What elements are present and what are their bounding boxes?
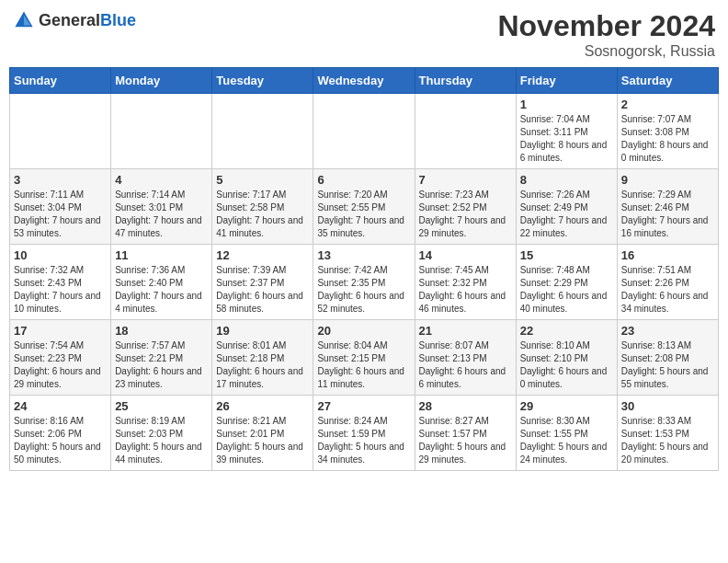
day-info: Sunrise: 8:19 AM Sunset: 2:03 PM Dayligh… [115, 415, 208, 466]
day-number: 24 [14, 399, 107, 413]
calendar-cell: 5Sunrise: 7:17 AM Sunset: 2:58 PM Daylig… [212, 169, 313, 245]
calendar-week-row: 24Sunrise: 8:16 AM Sunset: 2:06 PM Dayli… [10, 396, 719, 471]
calendar-cell: 2Sunrise: 7:07 AM Sunset: 3:08 PM Daylig… [617, 94, 718, 169]
day-info: Sunrise: 7:14 AM Sunset: 3:01 PM Dayligh… [115, 189, 208, 240]
day-info: Sunrise: 8:10 AM Sunset: 2:10 PM Dayligh… [520, 339, 613, 391]
calendar-cell: 14Sunrise: 7:45 AM Sunset: 2:32 PM Dayli… [415, 245, 516, 320]
calendar-cell: 11Sunrise: 7:36 AM Sunset: 2:40 PM Dayli… [111, 245, 212, 320]
day-number: 19 [216, 324, 309, 338]
month-title: November 2024 [497, 9, 715, 43]
calendar-cell: 19Sunrise: 8:01 AM Sunset: 2:18 PM Dayli… [212, 320, 313, 396]
day-number: 13 [317, 248, 410, 262]
day-info: Sunrise: 7:39 AM Sunset: 2:37 PM Dayligh… [216, 264, 309, 316]
day-number: 10 [14, 248, 107, 262]
day-info: Sunrise: 7:36 AM Sunset: 2:40 PM Dayligh… [115, 264, 208, 316]
day-info: Sunrise: 8:16 AM Sunset: 2:06 PM Dayligh… [14, 415, 107, 466]
day-info: Sunrise: 7:32 AM Sunset: 2:43 PM Dayligh… [14, 264, 107, 316]
calendar-cell: 3Sunrise: 7:11 AM Sunset: 3:04 PM Daylig… [10, 169, 111, 245]
weekday-header-row: SundayMondayTuesdayWednesdayThursdayFrid… [10, 68, 719, 94]
calendar-cell: 1Sunrise: 7:04 AM Sunset: 3:11 PM Daylig… [516, 94, 617, 169]
day-number: 23 [621, 324, 714, 338]
calendar-cell: 28Sunrise: 8:27 AM Sunset: 1:57 PM Dayli… [415, 396, 516, 471]
calendar-cell [212, 94, 313, 169]
day-info: Sunrise: 7:23 AM Sunset: 2:52 PM Dayligh… [419, 189, 512, 240]
day-number: 30 [621, 399, 714, 413]
day-number: 16 [621, 248, 714, 262]
day-number: 8 [520, 173, 613, 187]
day-number: 7 [419, 173, 512, 187]
calendar-cell: 24Sunrise: 8:16 AM Sunset: 2:06 PM Dayli… [10, 396, 111, 471]
calendar-cell: 21Sunrise: 8:07 AM Sunset: 2:13 PM Dayli… [415, 320, 516, 396]
day-number: 28 [419, 399, 512, 413]
calendar-cell: 27Sunrise: 8:24 AM Sunset: 1:59 PM Dayli… [313, 396, 415, 471]
calendar-cell: 25Sunrise: 8:19 AM Sunset: 2:03 PM Dayli… [111, 396, 212, 471]
logo-icon [13, 9, 35, 31]
calendar-cell: 22Sunrise: 8:10 AM Sunset: 2:10 PM Dayli… [516, 320, 617, 396]
weekday-header: Wednesday [313, 68, 415, 94]
calendar-cell: 9Sunrise: 7:29 AM Sunset: 2:46 PM Daylig… [617, 169, 718, 245]
day-number: 27 [317, 399, 410, 413]
day-number: 11 [115, 248, 208, 262]
day-number: 4 [115, 173, 208, 187]
day-info: Sunrise: 8:13 AM Sunset: 2:08 PM Dayligh… [621, 339, 714, 391]
weekday-header: Monday [111, 68, 212, 94]
day-info: Sunrise: 8:01 AM Sunset: 2:18 PM Dayligh… [216, 339, 309, 391]
day-number: 26 [216, 399, 309, 413]
calendar-week-row: 17Sunrise: 7:54 AM Sunset: 2:23 PM Dayli… [10, 320, 719, 396]
day-number: 18 [115, 324, 208, 338]
day-info: Sunrise: 7:29 AM Sunset: 2:46 PM Dayligh… [621, 189, 714, 240]
weekday-header: Thursday [415, 68, 516, 94]
day-number: 25 [115, 399, 208, 413]
calendar-cell: 23Sunrise: 8:13 AM Sunset: 2:08 PM Dayli… [617, 320, 718, 396]
day-info: Sunrise: 7:48 AM Sunset: 2:29 PM Dayligh… [520, 264, 613, 316]
calendar-cell: 4Sunrise: 7:14 AM Sunset: 3:01 PM Daylig… [111, 169, 212, 245]
day-info: Sunrise: 7:45 AM Sunset: 2:32 PM Dayligh… [419, 264, 512, 316]
calendar-table: SundayMondayTuesdayWednesdayThursdayFrid… [9, 67, 719, 471]
day-info: Sunrise: 8:30 AM Sunset: 1:55 PM Dayligh… [520, 415, 613, 466]
calendar-cell [313, 94, 415, 169]
day-info: Sunrise: 8:07 AM Sunset: 2:13 PM Dayligh… [419, 339, 512, 391]
day-number: 15 [520, 248, 613, 262]
calendar-cell: 16Sunrise: 7:51 AM Sunset: 2:26 PM Dayli… [617, 245, 718, 320]
calendar-cell: 29Sunrise: 8:30 AM Sunset: 1:55 PM Dayli… [516, 396, 617, 471]
day-number: 5 [216, 173, 309, 187]
calendar-week-row: 3Sunrise: 7:11 AM Sunset: 3:04 PM Daylig… [10, 169, 719, 245]
day-info: Sunrise: 7:17 AM Sunset: 2:58 PM Dayligh… [216, 189, 309, 240]
calendar-cell [111, 94, 212, 169]
calendar-cell: 18Sunrise: 7:57 AM Sunset: 2:21 PM Dayli… [111, 320, 212, 396]
calendar-cell: 8Sunrise: 7:26 AM Sunset: 2:49 PM Daylig… [516, 169, 617, 245]
day-number: 1 [520, 98, 613, 111]
calendar-cell: 7Sunrise: 7:23 AM Sunset: 2:52 PM Daylig… [415, 169, 516, 245]
day-number: 20 [317, 324, 410, 338]
calendar-week-row: 10Sunrise: 7:32 AM Sunset: 2:43 PM Dayli… [10, 245, 719, 320]
day-info: Sunrise: 7:54 AM Sunset: 2:23 PM Dayligh… [14, 339, 107, 391]
calendar-cell: 13Sunrise: 7:42 AM Sunset: 2:35 PM Dayli… [313, 245, 415, 320]
day-info: Sunrise: 7:11 AM Sunset: 3:04 PM Dayligh… [14, 189, 107, 240]
calendar-cell: 30Sunrise: 8:33 AM Sunset: 1:53 PM Dayli… [617, 396, 718, 471]
calendar-cell: 12Sunrise: 7:39 AM Sunset: 2:37 PM Dayli… [212, 245, 313, 320]
day-info: Sunrise: 7:07 AM Sunset: 3:08 PM Dayligh… [621, 113, 714, 165]
day-info: Sunrise: 7:57 AM Sunset: 2:21 PM Dayligh… [115, 339, 208, 391]
weekday-header: Friday [516, 68, 617, 94]
weekday-header: Tuesday [212, 68, 313, 94]
day-number: 6 [317, 173, 410, 187]
day-number: 29 [520, 399, 613, 413]
calendar-week-row: 1Sunrise: 7:04 AM Sunset: 3:11 PM Daylig… [10, 94, 719, 169]
day-info: Sunrise: 7:20 AM Sunset: 2:55 PM Dayligh… [317, 189, 410, 240]
day-info: Sunrise: 7:51 AM Sunset: 2:26 PM Dayligh… [621, 264, 714, 316]
day-number: 9 [621, 173, 714, 187]
logo-general-text: General [39, 11, 100, 29]
calendar-cell [10, 94, 111, 169]
day-info: Sunrise: 7:04 AM Sunset: 3:11 PM Dayligh… [520, 113, 613, 165]
calendar-cell: 26Sunrise: 8:21 AM Sunset: 2:01 PM Dayli… [212, 396, 313, 471]
calendar-cell: 20Sunrise: 8:04 AM Sunset: 2:15 PM Dayli… [313, 320, 415, 396]
day-number: 21 [419, 324, 512, 338]
calendar-cell: 6Sunrise: 7:20 AM Sunset: 2:55 PM Daylig… [313, 169, 415, 245]
calendar-cell [415, 94, 516, 169]
location-title: Sosnogorsk, Russia [497, 43, 715, 60]
day-info: Sunrise: 7:26 AM Sunset: 2:49 PM Dayligh… [520, 189, 613, 240]
logo: GeneralBlue [13, 9, 136, 31]
day-info: Sunrise: 8:04 AM Sunset: 2:15 PM Dayligh… [317, 339, 410, 391]
weekday-header: Sunday [10, 68, 111, 94]
day-info: Sunrise: 8:27 AM Sunset: 1:57 PM Dayligh… [419, 415, 512, 466]
